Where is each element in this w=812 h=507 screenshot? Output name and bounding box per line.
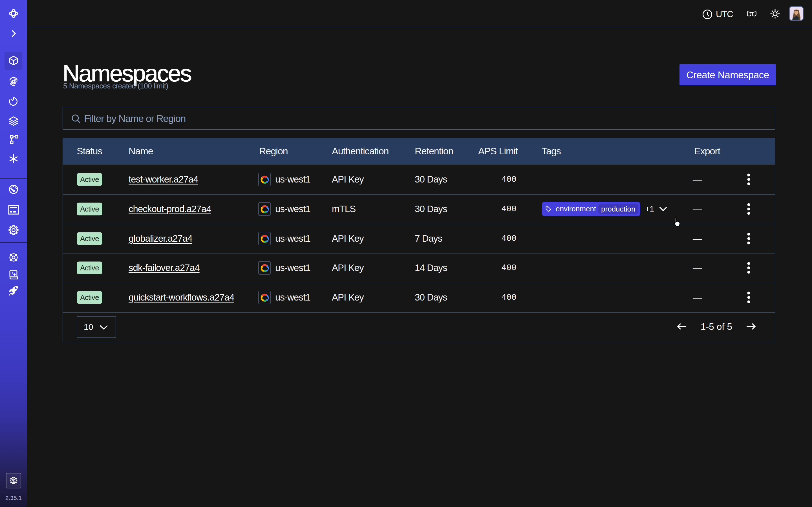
svg-text:$: $ [12, 477, 15, 484]
